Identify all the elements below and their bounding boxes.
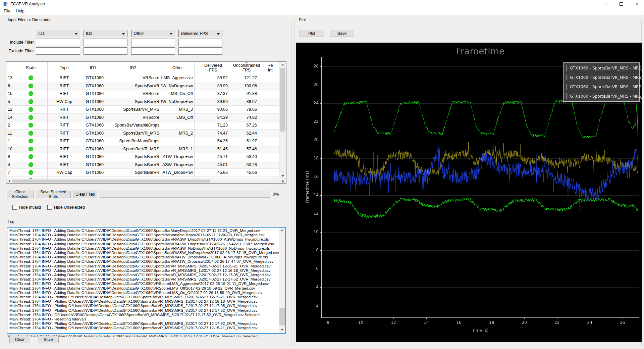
log-clear-button[interactable]: Clear	[9, 336, 30, 343]
menu-file[interactable]: File	[4, 9, 10, 13]
table-horizontal-scrollbar[interactable]	[6, 179, 286, 183]
column-header-id1[interactable]: ID1	[81, 62, 105, 74]
table-row[interactable]: 10RIFTGTX1060SportsBarVR_MRSMRS_151.4557…	[6, 145, 279, 153]
exclude-filter-fps-input[interactable]	[178, 47, 222, 55]
log-line: MainThread: 1764 INFO - Adding Datafile …	[9, 268, 274, 273]
y-tick-label: 2	[307, 303, 319, 308]
table-row[interactable]: 11RIFTGTX1060SportsBarVR_MRSMRS_274.4762…	[6, 130, 279, 138]
hide-invalid-checkbox[interactable]	[12, 205, 17, 210]
column-select-id1[interactable]: ID1	[36, 30, 80, 37]
hide-invalid-label: Hide Invalid	[19, 205, 41, 210]
include-filter-other-input[interactable]	[131, 39, 175, 46]
delivered-fps-cell: 89.99	[195, 82, 232, 90]
state-dot	[14, 74, 48, 82]
clear-files-button[interactable]: Clear Files	[73, 191, 97, 198]
table-row[interactable]: 7HW CapGTX1060SportsBarVRATW_Drops+hw45.…	[6, 169, 279, 177]
log-line: MainThread: 1764 INFO - Plotting C:\User…	[9, 304, 274, 308]
unconstrained-fps-cell: 57.46	[232, 145, 261, 153]
row-number: 12	[6, 106, 14, 113]
include-filter-id1-input[interactable]	[36, 39, 80, 46]
table-row[interactable]: 5HW CapGTX1060SportsBarVRASW_NoDrops+hw8…	[6, 98, 279, 106]
table-row[interactable]: 6RIFTGTX1060SportsBarVRASW_NoDrops+sw89.…	[6, 82, 279, 90]
close-button[interactable]: ✕	[629, 0, 644, 8]
save-selected-stats-button[interactable]: Save Selected Stats	[36, 191, 71, 198]
state-dot	[14, 82, 48, 90]
log-scroll-thumb[interactable]	[279, 308, 285, 326]
column-header-re[interactable]: Re Int	[261, 62, 279, 74]
column-header-delivered[interactable]: Delivered FPS	[195, 62, 232, 74]
table-row[interactable]: 14RIFTGTX1080VRScoreLMS_Off84.3974.82	[6, 114, 279, 122]
other-cell: MRS_1	[161, 145, 195, 153]
scroll-right-arrow-icon[interactable]	[280, 179, 286, 183]
type-cell: RIFT	[48, 130, 81, 137]
log-line: MainThread: 1764 INFO - Adding Datafile …	[9, 264, 274, 268]
table-row[interactable]: 15RIFTGTX1080VRScoreLMS_On_Off87.3791.88	[6, 90, 279, 98]
table-row[interactable]: 12RIFTGTX1060SportsBarVR_MRSMRS_390.0678…	[6, 106, 279, 114]
scroll-up-arrow-icon[interactable]	[279, 62, 286, 67]
include-filter-fps-input[interactable]	[178, 39, 222, 46]
table-body: 13RIFTGTX1080VRScoreLMS_Aggressive89.921…	[6, 74, 279, 184]
unconstrained-fps-cell: 89.97	[232, 98, 261, 106]
column-header-other[interactable]: Other	[161, 62, 195, 74]
log-line: MainThread: 1764 INFO - Adding Datafile …	[9, 273, 274, 277]
table-row[interactable]: 2RIFTGTX1060SportsBarVariableDrops71.236…	[6, 121, 279, 130]
column-select-delivered-fps[interactable]: Delivered FPS	[178, 30, 222, 37]
column-header-id2[interactable]: ID2	[105, 62, 161, 74]
log-save-button[interactable]: Save	[38, 336, 59, 343]
table-vscroll-thumb[interactable]	[280, 68, 285, 132]
unconstrained-fps-cell: 67.26	[232, 121, 261, 129]
status-green-icon	[29, 99, 33, 104]
scroll-down-arrow-icon[interactable]	[279, 327, 285, 333]
window-title: FCAT VR Analyzer	[10, 2, 45, 6]
status-green-icon	[29, 115, 33, 120]
log-output[interactable]: MainThread: 1764 INFO - Adding Datafile …	[7, 227, 286, 334]
table-row[interactable]: 1RIFTGTX1060SportsBarManyDrops54.3561.97	[6, 137, 279, 145]
exclude-filter-other-input[interactable]	[131, 47, 175, 55]
log-scrollbar[interactable]	[279, 228, 285, 333]
unconstrained-fps-cell: 53.40	[232, 153, 261, 161]
table-row[interactable]: 4RIFTGTX1060SportsBarVRASW_Drops+sw45.01…	[6, 161, 279, 169]
chart-title: Frametime	[321, 46, 639, 56]
status-green-icon	[29, 84, 33, 88]
table-row[interactable]: 13RIFTGTX1080VRScoreLMS_Aggressive89.921…	[6, 74, 279, 82]
id1-cell: GTX1060	[81, 82, 105, 90]
type-cell: RIFT	[48, 145, 81, 153]
close-icon: ✕	[635, 2, 638, 6]
row-number: 5	[6, 98, 14, 106]
re-int-cell	[261, 74, 279, 82]
log-line: MainThread: 1764 INFO - Plotting C:\User…	[9, 321, 274, 326]
exclude-filter-id1-input[interactable]	[36, 47, 80, 55]
status-green-icon	[29, 154, 33, 159]
log-line: MainThread: 1764 INFO - Adding Datafile …	[9, 233, 274, 237]
column-header-rownum[interactable]	[6, 62, 14, 74]
include-filter-id2-input[interactable]	[84, 39, 127, 46]
column-select-id2[interactable]: ID2	[84, 30, 127, 37]
column-header-unconstrained[interactable]: Unconstrained FPS	[232, 62, 261, 74]
results-table[interactable]: StateTypeID1ID2OtherDelivered FPSUnconst…	[6, 61, 286, 184]
id1-cell: GTX1060	[81, 169, 105, 177]
row-number: 7	[6, 169, 14, 177]
scroll-up-arrow-icon[interactable]	[279, 228, 285, 233]
minimize-button[interactable]	[598, 0, 613, 8]
clear-selection-button[interactable]: Clear Selection	[7, 191, 34, 198]
hide-unselected-checkbox[interactable]	[47, 205, 52, 210]
exclude-filter-id2-input[interactable]	[84, 47, 127, 55]
table-vertical-scrollbar[interactable]	[279, 62, 286, 179]
column-header-type[interactable]: Type	[48, 62, 81, 74]
x-tick-label: 16	[452, 320, 466, 325]
plot-save-button[interactable]: Save	[330, 30, 354, 37]
plot-button[interactable]: Plot	[300, 30, 324, 37]
menu-help[interactable]: Help	[16, 9, 24, 13]
minimize-icon	[604, 4, 607, 4]
status-green-icon	[29, 123, 33, 128]
column-select-other[interactable]: Other	[131, 30, 175, 37]
table-header[interactable]: StateTypeID1ID2OtherDelivered FPSUnconst…	[6, 62, 279, 74]
scroll-down-arrow-icon[interactable]	[279, 173, 286, 179]
unconstrained-fps-cell: 121.27	[232, 74, 261, 82]
table-hscroll-thumb[interactable]	[12, 180, 210, 183]
maximize-button[interactable]	[613, 0, 629, 8]
scroll-left-arrow-icon[interactable]	[6, 179, 12, 183]
x-tick-label: 14	[420, 320, 433, 325]
table-row[interactable]: 8RIFTGTX1060SportsBarVRATW_Drops+sw45.71…	[6, 153, 279, 161]
column-header-state[interactable]: State	[14, 62, 48, 74]
